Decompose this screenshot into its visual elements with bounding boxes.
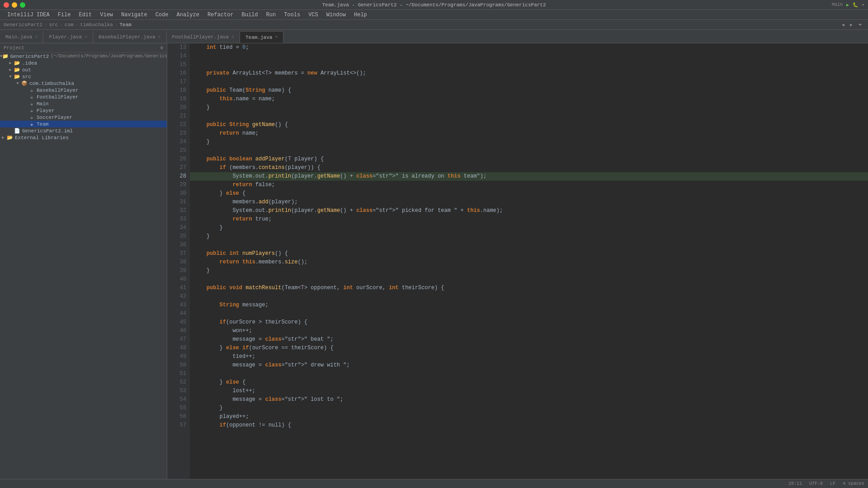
tree-item-genericspart2.iml[interactable]: 📄GenericsPart2.iml	[0, 127, 167, 134]
menu-view[interactable]: View	[96, 11, 117, 19]
breadcrumb-recent[interactable]: ⏷	[856, 22, 864, 28]
status-bar: 28:11 UTF-8 LF 4 spaces	[0, 479, 868, 488]
line-number: 32	[167, 206, 190, 215]
menu-edit[interactable]: Edit	[75, 11, 95, 19]
menu-file[interactable]: File	[54, 11, 75, 19]
code-line: message = class="str">" lost to ";	[190, 395, 868, 404]
coverage-icon[interactable]: ☂	[862, 2, 864, 8]
line-number: 48	[167, 344, 190, 352]
code-line: }	[190, 267, 868, 275]
traffic-lights	[4, 2, 25, 8]
title-bar: Team.java - GenericsPart2 – ~/Documents/…	[0, 0, 868, 10]
breadcrumb-com[interactable]: com	[65, 22, 74, 28]
code-line: }	[190, 224, 868, 232]
debug-icon[interactable]: 🐛	[853, 2, 858, 8]
menu-vcs[interactable]: VCS	[305, 11, 322, 19]
tree-item-baseballplayer[interactable]: ☕BaseballPlayer	[0, 87, 167, 94]
tab-baseballplayer[interactable]: BaseballPlayer.java ×	[93, 31, 166, 43]
code-line	[190, 292, 868, 301]
menu-navigate[interactable]: Navigate	[118, 11, 151, 19]
menu-build[interactable]: Build	[238, 11, 262, 19]
tab-main[interactable]: Main.java ×	[0, 31, 43, 43]
line-number: 37	[167, 249, 190, 258]
line-number: 20	[167, 103, 190, 112]
tab-player[interactable]: Player.java ×	[43, 31, 93, 43]
line-number: 15	[167, 61, 190, 69]
sidebar-title: Project	[4, 45, 24, 51]
tree-icon: 📂	[14, 74, 21, 80]
line-number: 22	[167, 121, 190, 129]
tree-arrow: ▶	[0, 135, 6, 140]
tab-team[interactable]: Team.java ×	[240, 31, 283, 43]
code-line: public void matchResult(Team<T> opponent…	[190, 284, 868, 292]
line-number: 25	[167, 146, 190, 155]
line-number: 29	[167, 181, 190, 189]
tree-item-main[interactable]: ☕Main	[0, 100, 167, 107]
breadcrumb-timbuchalka[interactable]: timbuchalka	[80, 22, 113, 28]
tree-item-com.timbuchalka[interactable]: ▼📦com.timbuchalka	[0, 80, 167, 87]
tab-footballplayer[interactable]: FootballPlayer.java ×	[167, 31, 240, 43]
line-number: 43	[167, 301, 190, 310]
code-line	[190, 52, 868, 61]
line-number: 53	[167, 387, 190, 395]
menu-refactor[interactable]: Refactor	[204, 11, 237, 19]
code-line: }	[190, 103, 868, 112]
tree-icon: 📂	[14, 60, 21, 66]
close-button[interactable]	[4, 2, 9, 8]
menu-run[interactable]: Run	[263, 11, 280, 19]
tab-baseballplayer-close[interactable]: ×	[158, 35, 161, 40]
code-line: public Team(String name) {	[190, 86, 868, 95]
menu-help[interactable]: Help	[350, 11, 371, 19]
menu-analyze[interactable]: Analyze	[173, 11, 203, 19]
tab-footballplayer-close[interactable]: ×	[231, 35, 234, 40]
project-tree: ▼📁GenericsPart2(~/Documents/Programs/Jav…	[0, 53, 167, 141]
breadcrumb-team[interactable]: Team	[120, 22, 132, 28]
tab-player-close[interactable]: ×	[85, 35, 87, 40]
code-line: if(opponent != null) {	[190, 421, 868, 430]
breadcrumb-project[interactable]: GenericsPart2	[4, 22, 42, 28]
tree-item-external-libraries[interactable]: ▶📂External Libraries	[0, 134, 167, 141]
tree-item-footballplayer[interactable]: ☕FootballPlayer	[0, 94, 167, 100]
menu-code[interactable]: Code	[152, 11, 172, 19]
sidebar-settings-icon[interactable]: ⚙	[160, 45, 163, 51]
run-icon[interactable]: ▶	[846, 2, 849, 8]
code-container[interactable]: 1314151617181920212223242526272829303132…	[167, 43, 868, 479]
tree-arrow: ▶	[7, 61, 14, 66]
menu-intellij[interactable]: IntelliJ IDEA	[4, 11, 53, 19]
minimize-button[interactable]	[12, 2, 17, 8]
line-number: 27	[167, 164, 190, 172]
window-title: Team.java - GenericsPart2 – ~/Documents/…	[322, 2, 546, 8]
breadcrumb-forward[interactable]: ▶	[848, 22, 854, 28]
sidebar-header: Project ⚙	[0, 43, 167, 53]
tab-main-close[interactable]: ×	[35, 35, 38, 40]
tab-team-close[interactable]: ×	[275, 35, 278, 40]
tree-icon: 📂	[14, 67, 21, 73]
code-line: won++;	[190, 327, 868, 335]
menu-window[interactable]: Window	[323, 11, 349, 19]
code-content[interactable]: int tied = 0; private ArrayList<T> membe…	[190, 43, 868, 479]
line-number: 38	[167, 258, 190, 267]
tree-item-src[interactable]: ▼📂src	[0, 73, 167, 80]
tabs-bar: Main.java × Player.java × BaseballPlayer…	[0, 30, 868, 43]
maximize-button[interactable]	[20, 2, 25, 8]
line-number: 44	[167, 310, 190, 318]
code-line: System.out.println(player.getName() + cl…	[190, 206, 868, 215]
line-number: 52	[167, 378, 190, 387]
menu-tools[interactable]: Tools	[280, 11, 304, 19]
code-line: } else if(ourScore == theirScore) {	[190, 344, 868, 352]
breadcrumb-back[interactable]: ◀	[840, 22, 846, 28]
line-number: 57	[167, 421, 190, 430]
line-number: 36	[167, 241, 190, 249]
tree-item-genericspart2[interactable]: ▼📁GenericsPart2(~/Documents/Programs/Jav…	[0, 53, 167, 60]
tree-item-out[interactable]: ▶📂out	[0, 66, 167, 73]
breadcrumb-src[interactable]: src	[49, 22, 58, 28]
tree-item-player[interactable]: ☕Player	[0, 107, 167, 114]
line-number: 31	[167, 198, 190, 206]
code-line: } else {	[190, 189, 868, 198]
tree-item-.idea[interactable]: ▶📂.idea	[0, 60, 167, 66]
tree-icon: 📦	[21, 80, 28, 86]
code-line: if (members.contains(player)) {	[190, 164, 868, 172]
code-line	[190, 146, 868, 155]
tree-item-team[interactable]: ☕Team	[0, 121, 167, 127]
tree-item-soccerplayer[interactable]: ☕SoccerPlayer	[0, 114, 167, 121]
